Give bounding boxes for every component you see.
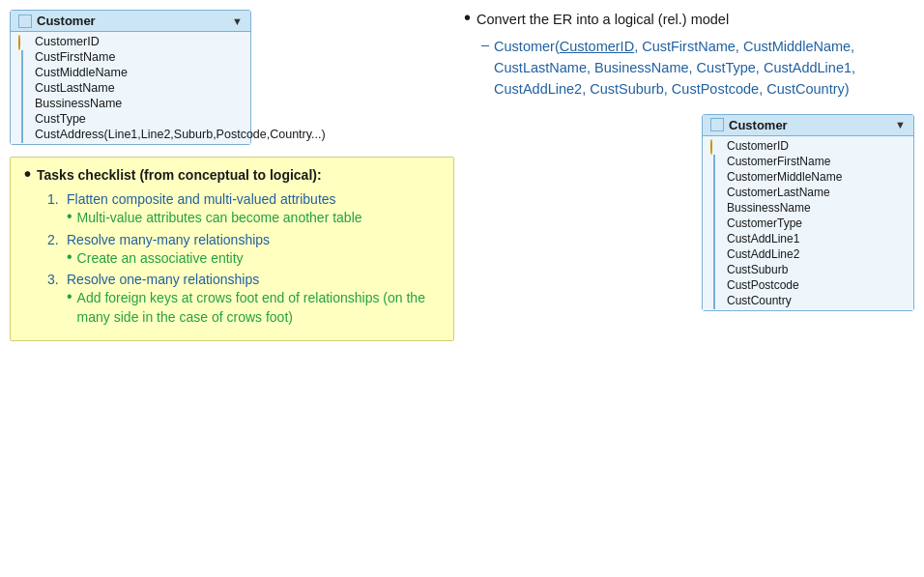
entity-header-customer-right: Customer ▼ <box>703 115 913 136</box>
field-row-bussinessname-top: BussinessName <box>11 96 250 111</box>
field-name-customermiddlename-right: CustomerMiddleName <box>727 170 842 184</box>
diamond-icon-custtype-top <box>18 113 30 125</box>
checklist-item-2: 2. Resolve many-many relationships <box>47 232 440 247</box>
field-row-custaddress-top: CustAddress(Line1,Line2,Suburb,Postcode,… <box>11 127 250 142</box>
diamond-icon-custaddress-top <box>18 129 30 140</box>
field-row-customerid-right: CustomerID <box>703 138 913 154</box>
field-name-custmiddlename-top: CustMiddleName <box>35 66 128 79</box>
diamond-icon-customerfirstname-right <box>710 156 722 167</box>
entity-title-right: Customer <box>729 118 788 132</box>
entity-header-arrow-right: ▼ <box>895 119 906 130</box>
diamond-icon-custpostcode-right <box>710 279 722 291</box>
sub-bullet-text-3: Add foreign keys at crows foot end of re… <box>77 289 440 327</box>
field-row-custaddline2-right: CustAddLine2 <box>703 246 913 262</box>
sub-bullet-dot-2: • <box>67 248 72 266</box>
checklist-sub-3: • Add foreign keys at crows foot end of … <box>67 289 440 327</box>
field-name-customerlastname-right: CustomerLastName <box>727 186 830 199</box>
field-name-custcountry-right: CustCountry <box>727 294 792 307</box>
field-name-custaddress-top: CustAddress(Line1,Line2,Suburb,Postcode,… <box>35 128 326 141</box>
diamond-icon-custcountry-right <box>710 295 722 306</box>
right-entity-box: Customer ▼ CustomerID CustomerFirstName <box>702 114 914 311</box>
checklist-sub-1: • Multi-value attributes can become anot… <box>67 209 440 228</box>
entity-header-arrow: ▼ <box>232 15 243 27</box>
field-name-customerid-right: CustomerID <box>727 139 789 153</box>
checklist-bullet: • <box>24 163 31 186</box>
key-icon-customerid-right <box>710 140 722 152</box>
field-row-customerlastname-right: CustomerLastName <box>703 185 913 200</box>
convert-bullet-dot: • <box>464 8 471 27</box>
field-row-customertype-right: CustomerType <box>703 216 913 231</box>
entity-header-customer-top: Customer ▼ <box>11 11 250 32</box>
top-left-entity-box: Customer ▼ CustomerID CustFirstName Cust… <box>10 10 251 145</box>
convert-dash-line: – Customer(CustomerID, CustFirstName, Cu… <box>481 37 914 100</box>
field-row-custpostcode-right: CustPostcode <box>703 277 913 293</box>
left-column: Customer ▼ CustomerID CustFirstName Cust… <box>10 10 454 567</box>
sub-bullet-text-2: Create an associative entity <box>77 249 244 269</box>
field-name-customertype-right: CustomerType <box>727 216 802 230</box>
checklist-title-text: Tasks checklist (from conceptual to logi… <box>37 167 322 183</box>
checklist-num-3: 3. <box>47 272 67 287</box>
convert-main-text: Convert the ER into a logical (rel.) mod… <box>476 10 729 29</box>
field-row-customerid-top: CustomerID <box>11 34 250 49</box>
field-row-custfirstname-top: CustFirstName <box>11 49 250 65</box>
diamond-icon-custaddline2-right <box>710 248 722 260</box>
diamond-icon-customermiddlename-right <box>710 171 722 183</box>
convert-entity-name: Customer( <box>494 39 560 54</box>
diamond-icon-customerlastname-right <box>710 187 722 198</box>
convert-main-bullet: • Convert the ER into a logical (rel.) m… <box>464 10 914 29</box>
checklist-text-1: Flatten composite and multi-valued attri… <box>67 191 336 207</box>
convert-detail-text: Customer(CustomerID, CustFirstName, Cust… <box>494 37 914 100</box>
right-bottom-section: Customer ▼ CustomerID CustomerFirstName <box>464 114 914 311</box>
diamond-icon-bussinessname-top <box>18 98 30 109</box>
entity-title-top: Customer <box>37 14 96 28</box>
field-row-custcountry-right: CustCountry <box>703 293 913 308</box>
field-name-custsuburb-right: CustSuburb <box>727 263 788 276</box>
diamond-icon-custfirstname-top <box>18 51 30 63</box>
checklist-num-1: 1. <box>47 191 67 207</box>
entity-header-icon <box>18 14 32 28</box>
entity-header-icon-right <box>710 118 724 131</box>
diamond-icon-customertype-right <box>710 217 722 229</box>
field-name-custpostcode-right: CustPostcode <box>727 278 799 292</box>
convert-section: • Convert the ER into a logical (rel.) m… <box>464 10 914 101</box>
dash-symbol: – <box>481 37 489 52</box>
checklist-num-2: 2. <box>47 232 67 247</box>
field-name-bussinessname-top: BussinessName <box>35 97 122 110</box>
field-row-bussinessname-right: BussinessName <box>703 200 913 216</box>
field-row-custtype-top: CustType <box>11 111 250 127</box>
checklist-item-1: 1. Flatten composite and multi-valued at… <box>47 191 440 207</box>
field-name-custaddline1-right: CustAddLine1 <box>727 232 799 245</box>
field-row-custaddline1-right: CustAddLine1 <box>703 231 913 246</box>
checklist-title: • Tasks checklist (from conceptual to lo… <box>24 167 440 186</box>
diamond-icon-custlastname-top <box>18 82 30 94</box>
convert-pk: CustomerID <box>560 39 634 54</box>
key-icon-customerid-top <box>18 36 30 47</box>
field-name-custaddline2-right: CustAddLine2 <box>727 247 799 261</box>
field-name-custfirstname-top: CustFirstName <box>35 50 115 64</box>
sub-bullet-dot-3: • <box>67 288 72 305</box>
field-name-bussinessname-right: BussinessName <box>727 201 811 215</box>
field-name-custtype-top: CustType <box>35 112 86 126</box>
field-name-customerfirstname-right: CustomerFirstName <box>727 155 830 168</box>
right-column: • Convert the ER into a logical (rel.) m… <box>454 10 914 567</box>
checklist-sub-2: • Create an associative entity <box>67 249 440 269</box>
diamond-icon-custaddline1-right <box>710 233 722 245</box>
diamond-icon-bussinessname-right <box>710 202 722 214</box>
field-row-customerfirstname-right: CustomerFirstName <box>703 154 913 169</box>
diamond-icon-custmiddlename-top <box>18 67 30 78</box>
field-row-customermiddlename-right: CustomerMiddleName <box>703 169 913 185</box>
diamond-icon-custsuburb-right <box>710 264 722 275</box>
entity-body-right: CustomerID CustomerFirstName CustomerMid… <box>703 136 913 310</box>
field-name-custlastname-top: CustLastName <box>35 81 115 95</box>
checklist-list: 1. Flatten composite and multi-valued at… <box>24 191 440 327</box>
field-row-custlastname-top: CustLastName <box>11 80 250 96</box>
sub-bullet-dot-1: • <box>67 208 72 225</box>
checklist-box: • Tasks checklist (from conceptual to lo… <box>10 157 454 341</box>
page: Customer ▼ CustomerID CustFirstName Cust… <box>0 0 924 577</box>
field-name-customerid-top: CustomerID <box>35 35 100 48</box>
sub-bullet-text-1: Multi-value attributes can become anothe… <box>77 209 362 228</box>
checklist-text-3: Resolve one-many relationships <box>67 272 259 287</box>
field-row-custsuburb-right: CustSuburb <box>703 262 913 277</box>
entity-body-top: CustomerID CustFirstName CustMiddleName … <box>11 32 250 144</box>
checklist-text-2: Resolve many-many relationships <box>67 232 270 247</box>
